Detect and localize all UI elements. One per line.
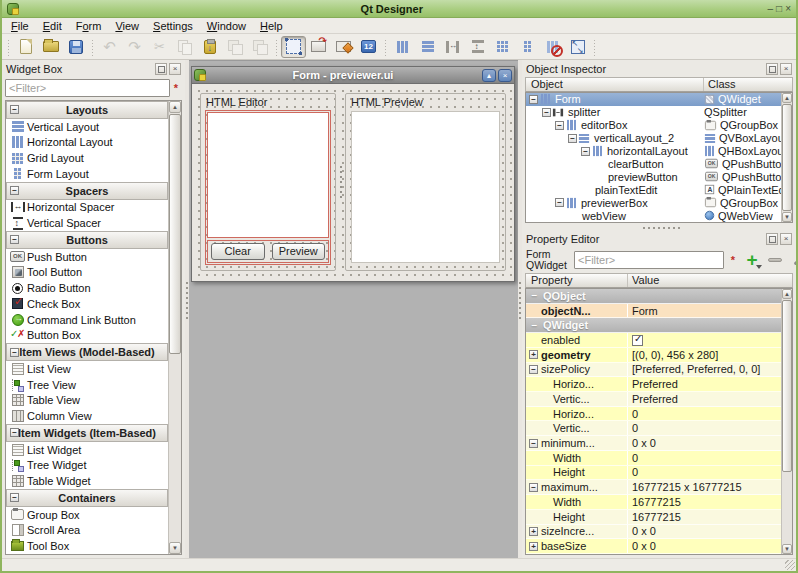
layout-vertical-button[interactable] [415, 36, 440, 58]
expander-icon[interactable]: + [529, 542, 538, 551]
resize-grip[interactable] [785, 560, 795, 570]
object-row-splitter[interactable]: −splitterQSplitter [526, 106, 781, 119]
object-row-horizontallayout[interactable]: −horizontalLayoutQHBoxLayout [526, 145, 781, 158]
scroll-down-icon[interactable]: ▼ [782, 544, 792, 554]
section-header-containers[interactable]: −Containers [6, 489, 168, 507]
menu-file[interactable]: File [4, 19, 36, 33]
collapse-indicator-icon[interactable]: − [10, 105, 19, 114]
column-property[interactable]: Property [526, 274, 628, 287]
cut-button[interactable] [147, 36, 172, 58]
column-value[interactable]: Value [628, 274, 792, 287]
widget-item-check-box[interactable]: Check Box [6, 296, 168, 312]
paste-button[interactable] [197, 36, 222, 58]
maximize-button[interactable]: □ [776, 3, 782, 14]
break-layout-button[interactable] [540, 36, 565, 58]
form-splitter-handle[interactable] [336, 93, 345, 271]
widget-item-command-link-button[interactable]: Command Link Button [6, 312, 168, 328]
property-row-maximum-13[interactable]: −maximum...16777215 x 16777215 [526, 480, 781, 495]
collapse-indicator-icon[interactable]: − [555, 198, 564, 207]
widget-item-scroll-area[interactable]: Scroll Area [6, 523, 168, 539]
section-header-item-views-model-based[interactable]: −Item Views (Model-Based) [6, 343, 168, 361]
object-row-editorbox[interactable]: −editorBoxQGroupBox [526, 119, 781, 132]
close-panel-button[interactable]: × [169, 63, 181, 75]
collapse-indicator-icon[interactable]: − [10, 348, 19, 357]
expander-icon[interactable]: + [529, 350, 538, 359]
float-panel-button[interactable] [766, 233, 778, 245]
object-row-plaintextedit[interactable]: plainTextEditQPlainTextEdit [526, 183, 781, 196]
menu-help[interactable]: Help [253, 19, 290, 33]
scroll-up-icon[interactable]: ▲ [782, 93, 792, 103]
minimize-button[interactable]: – [768, 3, 774, 14]
widget-item-list-widget[interactable]: List Widget [6, 442, 168, 458]
widget-item-vertical-spacer[interactable]: Vertical Spacer [6, 215, 168, 231]
widget-box-scrollbar[interactable]: ▲ ▼ [168, 101, 181, 554]
object-row-form[interactable]: −FormQWidget [526, 93, 781, 106]
layout-horizontal-splitter-button[interactable] [440, 36, 465, 58]
collapse-indicator-icon[interactable]: − [581, 147, 590, 156]
property-row-enabled-3[interactable]: enabled✓ [526, 333, 781, 348]
add-dynamic-property-button[interactable]: + [742, 250, 762, 270]
widget-filter-input[interactable] [5, 79, 170, 97]
widget-item-table-widget[interactable]: Table Widget [6, 473, 168, 489]
widget-item-tree-view[interactable]: Tree View [6, 377, 168, 393]
new-form-button[interactable] [13, 36, 38, 58]
property-row-geometry-4[interactable]: +geometry[(0, 0), 456 x 280] [526, 348, 781, 363]
close-button[interactable]: × [785, 3, 791, 14]
widget-item-tool-button[interactable]: Tool Button [6, 265, 168, 281]
form-window[interactable]: Form - previewer.ui ▴ × HTML Editor Clea… [191, 66, 515, 282]
object-row-clearbutton[interactable]: clearButtonQPushButton [526, 158, 781, 171]
vertical-layout-selection[interactable]: Clear Preview [205, 110, 331, 265]
menu-settings[interactable]: Settings [146, 19, 200, 33]
expander-icon[interactable]: − [529, 439, 538, 448]
undo-button[interactable] [97, 36, 122, 58]
expander-icon[interactable]: + [529, 527, 538, 536]
widget-item-list-view[interactable]: List View [6, 361, 168, 377]
property-row-sizeincre-16[interactable]: +sizeIncre...0 x 0 [526, 525, 781, 540]
preview-group-box[interactable]: HTML Preview [345, 93, 506, 271]
section-header-layouts[interactable]: −Layouts [6, 101, 168, 119]
button-row-layout[interactable]: Clear Preview [207, 240, 329, 263]
collapse-indicator-icon[interactable]: − [529, 95, 538, 104]
checkbox[interactable]: ✓ [632, 335, 643, 346]
collapse-indicator-icon[interactable]: − [555, 121, 564, 130]
collapse-indicator-icon[interactable]: − [542, 108, 551, 117]
property-row-width-11[interactable]: Width0 [526, 451, 781, 466]
collapse-indicator-icon[interactable]: − [568, 134, 577, 143]
widget-item-table-view[interactable]: Table View [6, 393, 168, 409]
collapse-indicator-icon[interactable]: − [10, 235, 19, 244]
collapse-indicator-icon[interactable]: − [10, 428, 19, 437]
layout-vertical-splitter-button[interactable] [465, 36, 490, 58]
scroll-down-icon[interactable]: ▼ [782, 212, 792, 222]
raise-button[interactable] [247, 36, 272, 58]
widget-item-tree-widget[interactable]: Tree Widget [6, 458, 168, 474]
float-panel-button[interactable] [155, 63, 167, 75]
save-form-button[interactable] [63, 36, 88, 58]
property-group-qobject[interactable]: −QObject [526, 289, 781, 304]
collapse-indicator-icon[interactable]: − [530, 320, 539, 331]
property-row-vertic-7[interactable]: Vertic...Preferred [526, 392, 781, 407]
object-row-previewerbox[interactable]: −previewerBoxQGroupBox [526, 196, 781, 209]
property-row-minimum-10[interactable]: −minimum...0 x 0 [526, 436, 781, 451]
property-group-qwidget[interactable]: −QWidget [526, 318, 781, 333]
lower-button[interactable] [222, 36, 247, 58]
edit-buddies-button[interactable] [331, 36, 356, 58]
form-canvas[interactable]: HTML Editor Clear Preview HTML Preview [192, 84, 514, 281]
scrollbar-thumb[interactable] [782, 104, 792, 211]
property-row-horizo-6[interactable]: Horizo...Preferred [526, 377, 781, 392]
edit-tab-order-button[interactable] [356, 36, 381, 58]
object-row-verticallayout-2[interactable]: −verticalLayout_2QVBoxLayout [526, 132, 781, 145]
copy-button[interactable] [172, 36, 197, 58]
section-header-spacers[interactable]: −Spacers [6, 182, 168, 200]
property-row-basesize-17[interactable]: +baseSize0 x 0 [526, 539, 781, 554]
clear-button[interactable]: Clear [211, 243, 265, 260]
menu-view[interactable]: View [108, 19, 146, 33]
web-view[interactable] [351, 111, 500, 263]
property-table-scrollbar[interactable]: ▲ ▼ [781, 289, 792, 554]
expander-icon[interactable]: − [529, 365, 538, 374]
menu-window[interactable]: Window [200, 19, 253, 33]
scrollbar-thumb[interactable] [782, 300, 792, 472]
editor-group-box[interactable]: HTML Editor Clear Preview [200, 93, 336, 271]
collapse-indicator-icon[interactable]: − [530, 290, 539, 301]
close-panel-button[interactable]: × [780, 63, 792, 75]
edit-widgets-button[interactable] [281, 36, 306, 58]
